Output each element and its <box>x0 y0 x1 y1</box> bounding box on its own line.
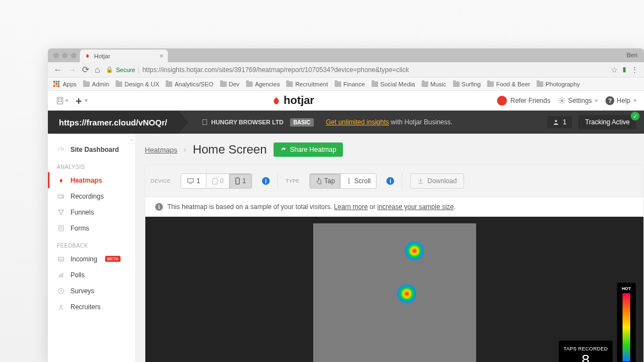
sidebar-recruiters[interactable]: Recruiters <box>48 299 135 315</box>
scroll-icon <box>346 177 352 185</box>
divider <box>277 173 278 189</box>
sidebar-dashboard[interactable]: Site Dashboard <box>48 141 135 157</box>
zoom-dot[interactable] <box>71 53 77 58</box>
bookmark-folder[interactable]: Dev <box>220 81 240 87</box>
bookmark-label: Agencies <box>255 81 280 87</box>
hotjar-logo[interactable]: hotjar <box>270 94 314 107</box>
chevron-down-icon: ▾ <box>66 97 68 103</box>
type-segment: Tap Scroll <box>309 173 376 189</box>
extension-icon[interactable]: ▮ <box>623 65 626 74</box>
bookmark-label: Food & Beer <box>496 81 530 87</box>
folder-icon <box>453 81 460 87</box>
site-url-chip[interactable]: https://framer.cloud/vNOQr/ <box>48 111 178 134</box>
tracking-status[interactable]: Tracking Active ✓ <box>578 115 636 129</box>
sidebar-heatmaps[interactable]: Heatmaps <box>48 172 135 188</box>
download-button[interactable]: Download <box>410 173 463 189</box>
browser-tab[interactable]: Hotjar × <box>80 50 168 62</box>
heat-legend: HOT COLD <box>617 283 636 362</box>
taps-value: 8 <box>562 352 609 362</box>
share-button[interactable]: Share Heatmap <box>274 142 343 157</box>
user-count[interactable]: 1 <box>547 116 572 128</box>
sidebar-label: Surveys <box>70 287 94 295</box>
add-button[interactable]: ＋▾ <box>74 94 88 107</box>
device-desktop[interactable]: 1 <box>181 174 206 188</box>
increase-sample-link[interactable]: increase your sample size <box>378 203 454 211</box>
sidebar-polls[interactable]: Polls <box>48 267 135 283</box>
forward-icon[interactable]: → <box>68 65 77 74</box>
bookmark-folder[interactable]: Recruitment <box>286 81 328 87</box>
bookmark-folder[interactable]: Photography <box>537 81 580 87</box>
sidebar-forms[interactable]: Forms <box>48 220 135 236</box>
settings-menu[interactable]: Settings▾ <box>558 97 598 105</box>
site-band: https://framer.cloud/vNOQr/ HUNGRY BROWS… <box>48 111 644 134</box>
bookmark-folder[interactable]: Analytics/SEO <box>166 81 213 87</box>
breadcrumb: Heatmaps › Home Screen Share Heatmap <box>145 142 644 157</box>
browser-tabstrip: Hotjar × Ben <box>48 48 644 62</box>
folder-icon <box>286 81 293 87</box>
svg-rect-0 <box>57 97 63 104</box>
device-phone[interactable]: 1 <box>230 174 252 188</box>
bookmark-label: Social Media <box>380 81 415 87</box>
sidebar-label: Recordings <box>70 193 104 200</box>
star-icon[interactable]: ☆ <box>611 65 618 74</box>
svg-rect-15 <box>60 273 61 277</box>
type-tap[interactable]: Tap <box>310 174 341 188</box>
folder-icon <box>83 81 90 87</box>
bookmark-folder[interactable]: Social Media <box>372 81 415 87</box>
url-field[interactable]: 🔒 Secure | https://insights.hotjar.com/s… <box>106 66 605 74</box>
window-controls[interactable] <box>53 53 77 62</box>
sidebar: ‹ Site Dashboard ANALYSIS Heatmaps Recor… <box>48 134 136 362</box>
bookmark-folder[interactable]: Design & UX <box>116 81 159 87</box>
menu-icon[interactable]: ⋮ <box>631 65 638 74</box>
heatmap-panel: DEVICE 1 0 1 <box>145 164 644 362</box>
sidebar-recordings[interactable]: Recordings <box>48 188 135 204</box>
secure-label: Secure <box>116 67 135 73</box>
bookmark-label: Design & UX <box>124 81 159 87</box>
org-name[interactable]: HUNGRY BROWSER LTD BASIC <box>201 118 314 127</box>
home-icon[interactable]: ⌂ <box>95 65 100 74</box>
bookmark-folder[interactable]: Music <box>422 81 446 87</box>
back-icon[interactable]: ← <box>53 65 62 74</box>
reload-icon[interactable]: ⟳ <box>82 65 89 74</box>
learn-more-link[interactable]: Learn more <box>334 203 368 211</box>
sidebar-surveys[interactable]: Surveys <box>48 283 135 299</box>
close-icon[interactable]: × <box>160 52 163 60</box>
bookmark-folder[interactable]: Surfing <box>453 81 481 87</box>
flame-icon <box>84 53 91 59</box>
svg-rect-2 <box>61 98 62 100</box>
close-dot[interactable] <box>53 53 59 58</box>
help-menu[interactable]: ? Help▾ <box>605 96 636 105</box>
apps-button[interactable]: Apps <box>53 81 77 87</box>
gear-icon <box>558 97 566 105</box>
folder-icon <box>116 81 122 87</box>
chrome-profile[interactable]: Ben <box>626 52 637 58</box>
app-header: ▾ ＋▾ hotjar Refer Friends Settings▾ ? He… <box>48 91 644 111</box>
lock-icon: 🔒 <box>106 66 113 73</box>
bookmark-folder[interactable]: Agencies <box>246 81 280 87</box>
bookmark-folder[interactable]: Admin <box>83 81 109 87</box>
chevron-down-icon: ▾ <box>85 97 88 103</box>
crumb-heatmaps[interactable]: Heatmaps <box>145 146 177 154</box>
user-icon <box>553 119 559 125</box>
minimize-dot[interactable] <box>62 53 68 58</box>
info-icon[interactable]: i <box>262 177 270 185</box>
bookmark-folder[interactable]: Finance <box>335 81 365 87</box>
bookmark-folder[interactable]: Food & Beer <box>487 81 530 87</box>
refer-friends[interactable]: Refer Friends <box>497 96 550 106</box>
tracking-label: Tracking Active <box>585 118 630 126</box>
folder-icon <box>537 81 543 87</box>
info-icon[interactable]: i <box>386 177 394 185</box>
collapse-sidebar[interactable]: ‹ <box>128 136 136 144</box>
folder-icon <box>335 81 341 87</box>
sidebar-funnels[interactable]: Funnels <box>48 204 135 220</box>
type-scroll[interactable]: Scroll <box>341 174 376 188</box>
device-tablet[interactable]: 0 <box>206 174 230 188</box>
svg-rect-16 <box>62 272 63 277</box>
check-icon: ✓ <box>631 112 640 120</box>
org-switcher[interactable]: ▾ <box>56 94 68 107</box>
upsell-link[interactable]: Get unlimited insights <box>326 118 389 126</box>
sidebar-label: Forms <box>70 224 89 232</box>
sidebar-incoming[interactable]: Incoming BETA <box>48 251 135 267</box>
chevron-right-icon: › <box>184 146 186 153</box>
upsell-tail: with Hotjar Business. <box>389 118 452 126</box>
